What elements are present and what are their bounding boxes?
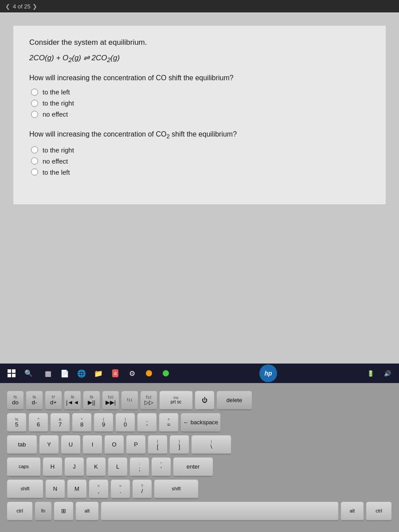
q1-radio-right[interactable] (31, 100, 38, 107)
q2-option-noeffect[interactable]: no effect (31, 157, 370, 165)
tb-right-icon-1[interactable]: 🔋 (363, 365, 379, 381)
key-shift-left[interactable]: shift (7, 480, 43, 499)
q2-label-right: to the right (43, 146, 74, 154)
q2-radio-right[interactable] (31, 146, 38, 153)
taskbar-icon-6[interactable]: ⚙ (124, 365, 140, 381)
key-f11[interactable]: f11 (121, 391, 138, 411)
key-tab[interactable]: tab (7, 435, 37, 455)
question1-text: How will increasing the concentration of… (29, 74, 370, 82)
key-ctrl-left[interactable]: ctrl (7, 502, 33, 521)
key-9[interactable]: ( 9 (94, 413, 113, 433)
key-p[interactable]: P (126, 435, 146, 455)
keyboard-area: f5 do f6 d- f7 d+ f8 |◄◄ f9 ▶|| f10 ▶▶| … (0, 383, 399, 532)
taskbar-icon-7-glyph (146, 370, 152, 376)
tb-right-icon-2[interactable]: 🔊 (379, 365, 395, 381)
key-f6[interactable]: f6 d- (26, 391, 43, 411)
taskbar-icon-4[interactable]: 📁 (90, 365, 106, 381)
q2-radio-noeffect[interactable] (31, 157, 38, 164)
taskbar-icon-2[interactable]: 📄 (57, 365, 73, 381)
key-windows[interactable]: ⊞ (54, 502, 74, 521)
key-bracket-open[interactable]: { [ (148, 435, 168, 455)
key-slash[interactable]: ? / (133, 480, 152, 499)
key-enter-top[interactable]: | \ (192, 435, 231, 455)
key-equals[interactable]: + = (159, 413, 179, 433)
number-key-row: % 5 ^ 6 & 7 * 8 ( 9 ) 0 _ - + = (7, 413, 392, 433)
key-h[interactable]: H (43, 458, 63, 477)
key-f8[interactable]: f8 |◄◄ (64, 391, 81, 411)
taskbar-icon-5-glyph: a (112, 369, 119, 377)
nm-key-row: shift N M < , > . ? / shift (7, 480, 392, 499)
key-8[interactable]: * 8 (72, 413, 92, 433)
key-power[interactable]: ⏻ (195, 391, 215, 411)
key-space[interactable] (101, 502, 339, 521)
prev-arrow[interactable]: ❮ (5, 3, 10, 10)
q1-radio-noeffect[interactable] (31, 111, 38, 118)
q1-option-noeffect[interactable]: no effect (31, 110, 370, 118)
windows-button[interactable] (4, 365, 20, 381)
q1-label-right: to the right (43, 99, 74, 107)
key-caps-lock[interactable]: caps (7, 458, 41, 477)
key-k[interactable]: K (86, 458, 106, 477)
key-enter[interactable]: enter (173, 458, 213, 477)
key-m[interactable]: M (67, 480, 87, 499)
key-f10[interactable]: f10 ▶▶| (102, 391, 119, 411)
reaction-equation: 2CO(g) + O2(g) ⇌ 2CO2(g) (29, 53, 370, 63)
taskbar-icon-4-glyph: 📁 (94, 369, 103, 378)
q1-option-left[interactable]: to the left (31, 88, 370, 96)
screen-area: Consider the system at equilibrium. 2CO(… (0, 12, 399, 383)
bottom-key-row: ctrl fn ⊞ alt alt ctrl (7, 502, 392, 521)
key-minus[interactable]: _ - (137, 413, 157, 433)
taskbar-icon-6-glyph: ⚙ (129, 369, 135, 378)
key-fn[interactable]: fn (35, 502, 52, 521)
q1-option-right[interactable]: to the right (31, 99, 370, 107)
key-j[interactable]: J (65, 458, 84, 477)
key-o[interactable]: O (105, 435, 124, 455)
taskbar-icon-8[interactable] (158, 365, 174, 381)
taskbar-icon-7[interactable] (141, 365, 157, 381)
q2-option-left[interactable]: to the left (31, 168, 370, 176)
page-info: 4 of 25 (13, 3, 31, 10)
key-comma[interactable]: < , (89, 480, 109, 499)
key-f12[interactable]: f12 ▷▷ (141, 391, 157, 411)
key-f5[interactable]: f5 do (7, 391, 24, 411)
q1-radio-left[interactable] (31, 89, 38, 96)
key-shift-right[interactable]: shift (154, 480, 199, 499)
key-5[interactable]: % 5 (7, 413, 27, 433)
q1-label-noeffect: no effect (43, 110, 68, 118)
tb-right-icon-2-glyph: 🔊 (384, 370, 391, 377)
key-6[interactable]: ^ 6 (29, 413, 48, 433)
hjkl-key-row: caps H J K L : ; " ' enter (7, 458, 392, 477)
key-l[interactable]: L (108, 458, 128, 477)
question2-options: to the right no effect to the left (29, 146, 370, 176)
key-f7[interactable]: f7 d+ (45, 391, 62, 411)
q2-option-right[interactable]: to the right (31, 146, 370, 154)
taskbar-icons: ▦ 📄 🌐 📁 a ⚙ (40, 365, 174, 381)
key-ctrl-right[interactable]: ctrl (366, 502, 392, 521)
key-7[interactable]: & 7 (51, 413, 70, 433)
key-n[interactable]: N (46, 480, 65, 499)
taskbar-icon-1[interactable]: ▦ (40, 365, 56, 381)
key-f9[interactable]: f9 ▶|| (83, 391, 100, 411)
taskbar-icon-8-glyph (163, 370, 169, 376)
key-delete[interactable]: delete (217, 391, 252, 411)
key-alt-left[interactable]: alt (76, 502, 99, 521)
taskbar-icon-3-glyph: 🌐 (77, 369, 86, 378)
key-backspace[interactable]: ← backspace (181, 413, 221, 433)
key-u[interactable]: U (61, 435, 81, 455)
key-quote[interactable]: " ' (152, 458, 171, 477)
key-y[interactable]: Y (39, 435, 59, 455)
taskbar-icon-3[interactable]: 🌐 (74, 365, 90, 381)
key-prtsc[interactable]: ins prt sc (160, 391, 193, 411)
q2-label-noeffect: no effect (43, 157, 68, 165)
key-0[interactable]: ) 0 (116, 413, 135, 433)
search-button[interactable]: 🔍 (20, 365, 36, 381)
fn-key-row: f5 do f6 d- f7 d+ f8 |◄◄ f9 ▶|| f10 ▶▶| … (7, 391, 392, 411)
key-alt-right[interactable]: alt (341, 502, 364, 521)
next-arrow[interactable]: ❯ (32, 3, 37, 10)
taskbar-icon-5[interactable]: a (107, 365, 123, 381)
key-i[interactable]: I (83, 435, 102, 455)
key-bracket-close[interactable]: } ] (170, 435, 189, 455)
key-semicolon[interactable]: : ; (130, 458, 149, 477)
q2-radio-left[interactable] (31, 168, 38, 176)
key-period[interactable]: > . (111, 480, 130, 499)
